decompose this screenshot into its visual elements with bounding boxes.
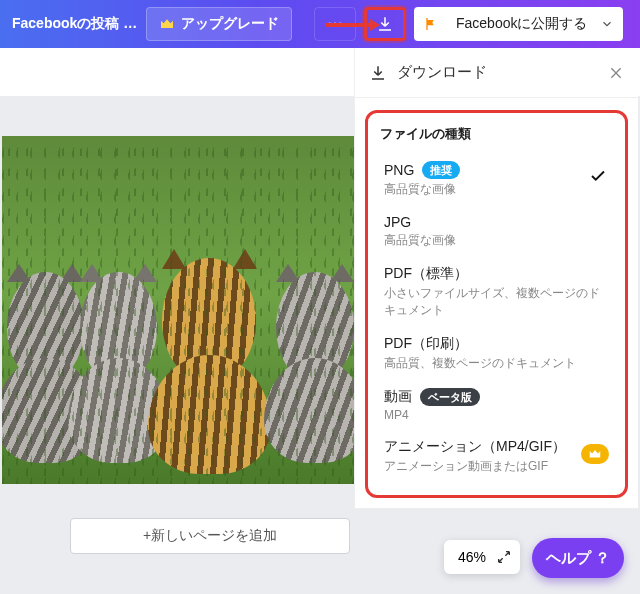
file-type-option-animation[interactable]: アニメーション（MP4/GIF） アニメーション動画またはGIF bbox=[376, 430, 617, 483]
help-label: ヘルプ bbox=[546, 549, 591, 568]
option-name: アニメーション（MP4/GIF） bbox=[384, 438, 566, 456]
upgrade-label: アップグレード bbox=[181, 15, 279, 33]
check-icon bbox=[589, 167, 607, 185]
file-type-section: ファイルの種類 PNG 推奨 高品質な画像 JPG 高品質な画像 PDF（標準）… bbox=[365, 110, 628, 498]
add-page-button[interactable]: +新しいページを追加 bbox=[70, 518, 350, 554]
kittens-image bbox=[2, 136, 366, 484]
zoom-control[interactable]: 46% bbox=[444, 540, 520, 574]
download-panel-header: ダウンロード bbox=[355, 48, 638, 98]
help-button[interactable]: ヘルプ ？ bbox=[532, 538, 624, 578]
recommended-badge: 推奨 bbox=[422, 161, 460, 179]
option-name: 動画 bbox=[384, 388, 412, 406]
file-type-option-pdf-print[interactable]: PDF（印刷） 高品質、複数ページのドキュメント bbox=[376, 327, 617, 380]
close-button[interactable] bbox=[608, 65, 624, 81]
option-desc: MP4 bbox=[384, 408, 609, 422]
design-page[interactable] bbox=[2, 136, 366, 484]
zoom-value: 46% bbox=[458, 549, 486, 565]
file-type-option-pdf-standard[interactable]: PDF（標準） 小さいファイルサイズ、複数ページのドキュメント bbox=[376, 257, 617, 327]
publish-button[interactable]: Facebookに公開する bbox=[414, 7, 623, 41]
upgrade-button[interactable]: アップグレード bbox=[146, 7, 292, 41]
flag-icon bbox=[414, 16, 448, 32]
option-desc: 高品質な画像 bbox=[384, 232, 609, 249]
top-toolbar: Facebookの投稿 -... アップグレード Facebookに公開する bbox=[0, 0, 640, 48]
download-icon bbox=[369, 64, 387, 82]
publish-label: Facebookに公開する bbox=[448, 15, 595, 33]
help-question-mark: ？ bbox=[595, 549, 610, 568]
beta-badge: ベータ版 bbox=[420, 388, 480, 406]
file-type-option-video[interactable]: 動画 ベータ版 MP4 bbox=[376, 380, 617, 430]
file-type-option-jpg[interactable]: JPG 高品質な画像 bbox=[376, 206, 617, 257]
option-desc: 高品質な画像 bbox=[384, 181, 609, 198]
option-name: JPG bbox=[384, 214, 411, 230]
download-panel: ダウンロード ファイルの種類 PNG 推奨 高品質な画像 JPG 高品質な画像 … bbox=[354, 48, 638, 509]
option-name: PDF（印刷） bbox=[384, 335, 468, 353]
option-desc: 高品質、複数ページのドキュメント bbox=[384, 355, 609, 372]
chevron-down-icon bbox=[595, 17, 619, 31]
download-panel-title: ダウンロード bbox=[397, 63, 487, 82]
option-name: PNG bbox=[384, 162, 414, 178]
close-icon bbox=[608, 65, 624, 81]
file-type-title: ファイルの種類 bbox=[376, 121, 617, 153]
option-desc: 小さいファイルサイズ、複数ページのドキュメント bbox=[384, 285, 609, 319]
option-desc: アニメーション動画またはGIF bbox=[384, 458, 609, 475]
expand-icon bbox=[496, 549, 512, 565]
premium-badge bbox=[581, 444, 609, 464]
crown-icon bbox=[588, 447, 602, 461]
document-title: Facebookの投稿 -... bbox=[8, 15, 138, 33]
crown-icon bbox=[159, 16, 175, 32]
file-type-option-png[interactable]: PNG 推奨 高品質な画像 bbox=[376, 153, 617, 206]
option-name: PDF（標準） bbox=[384, 265, 468, 283]
